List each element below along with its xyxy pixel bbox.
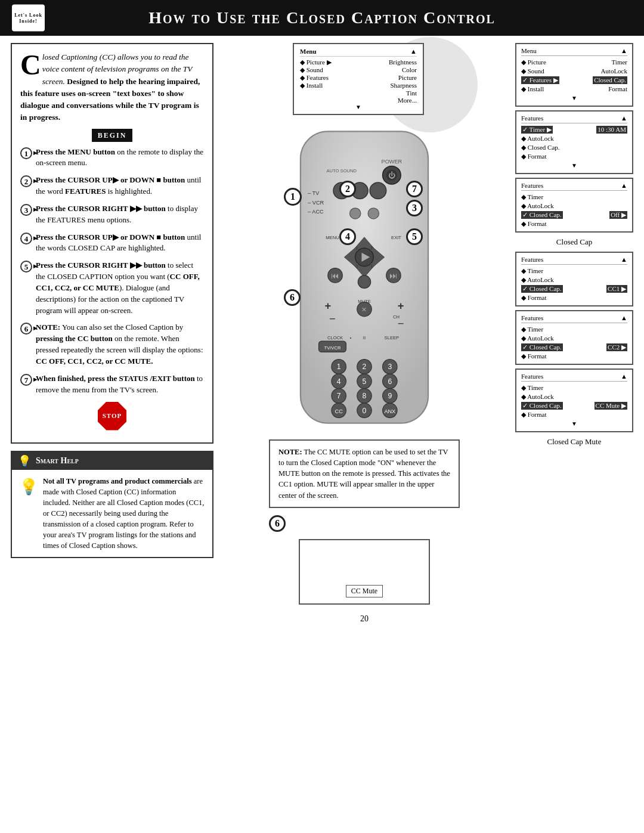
- svg-text:⏮: ⏮: [331, 271, 339, 280]
- menu-panel-4-row: ◆ Timer: [521, 193, 627, 202]
- svg-text:CLOCK: CLOCK: [327, 335, 343, 340]
- svg-text:✕: ✕: [362, 306, 367, 313]
- menu-panel-6-row: ◆ AutoLock: [521, 334, 627, 343]
- menu-panel-4-header: Features▲: [521, 182, 627, 191]
- svg-text:– TV: – TV: [308, 190, 320, 196]
- intro-box: C losed Captioning (CC) allows you to re…: [11, 43, 213, 444]
- svg-text:−: −: [329, 312, 336, 325]
- step-7-content: When finished, press the STATUS /EXIT bu…: [36, 373, 204, 396]
- bulb-header-icon: 💡: [18, 454, 31, 467]
- svg-text:4: 4: [337, 377, 341, 386]
- top-menu-area: Menu▲ ◆ Picture ▶Brightness ◆ SoundColor…: [269, 43, 460, 117]
- smart-help-title: Smart Help: [36, 456, 79, 466]
- page-number: 20: [360, 614, 369, 624]
- header-icon: Let's Look Inside!: [12, 5, 45, 32]
- menu-panel-7: Features▲ ◆ Timer ◆ AutoLock ✓ Closed Ca…: [515, 368, 633, 432]
- drop-cap: C: [20, 54, 41, 76]
- svg-point-26: [358, 275, 370, 288]
- menu-panel-6-row-cc: ✓ Closed Cap.CC2 ▶: [521, 343, 627, 352]
- svg-text:6: 6: [388, 377, 392, 386]
- svg-text:5: 5: [363, 377, 367, 386]
- menu-panel-7-header: Features▲: [521, 373, 627, 382]
- svg-text:3: 3: [388, 363, 392, 371]
- step-4: 4 Press the CURSOR UP▶ or DOWN ■ button …: [20, 232, 204, 255]
- center-column: Menu▲ ◆ Picture ▶Brightness ◆ SoundColor…: [221, 43, 508, 624]
- svg-text:+: +: [398, 299, 404, 312]
- svg-text:II: II: [363, 335, 366, 340]
- svg-text:0: 0: [363, 407, 367, 415]
- svg-text:EXIT: EXIT: [391, 235, 401, 240]
- menu-panel-7-row: ◆ Format: [521, 410, 627, 419]
- step-5-content: Press the CURSOR RIGHT ▶▶ button to sele…: [36, 260, 204, 316]
- svg-text:9: 9: [388, 392, 392, 400]
- note-text: NOTE: The CC MUTE option can be used to …: [278, 448, 450, 500]
- right-column: Menu▲ ◆ PictureTimer ◆ SoundAutoLock ✓ F…: [515, 43, 633, 624]
- step-6-circle: 6: [269, 515, 286, 532]
- step6-screen: CC Mute: [299, 539, 430, 605]
- intro-text: losed Captioning (CC) allows you to read…: [20, 52, 200, 122]
- svg-text:POWER: POWER: [382, 159, 402, 165]
- step-4-num: 4: [20, 233, 32, 244]
- step-7: 7 When finished, press the STATUS /EXIT …: [20, 373, 204, 396]
- page-num-text: 20: [360, 614, 369, 623]
- svg-text:1: 1: [337, 363, 341, 371]
- svg-point-11: [370, 182, 386, 199]
- remote-control: – TV – VCR – ACC AUTO SOUND POWER ⏻: [269, 122, 460, 432]
- svg-text:•: •: [350, 335, 352, 340]
- step6-area: 6: [269, 515, 460, 532]
- menu-panel-4-row-cc: ✓ Closed Cap.Off ▶: [521, 210, 627, 219]
- menu-screen-1-header: Menu▲: [300, 48, 417, 57]
- menu-panel-5-row: ◆ Timer: [521, 267, 627, 275]
- menu-panel-5: Features▲ ◆ Timer ◆ AutoLock ✓ Closed Ca…: [515, 252, 633, 306]
- svg-text:⏻: ⏻: [388, 171, 395, 179]
- remote-svg: – TV – VCR – ACC AUTO SOUND POWER ⏻: [269, 122, 460, 432]
- menu-panel-3-row-timer: ✓ Timer ▶10 :30 AM: [521, 125, 627, 134]
- svg-text:MENU: MENU: [326, 235, 339, 240]
- svg-text:2: 2: [363, 363, 367, 371]
- step-5-num: 5: [20, 261, 32, 272]
- page-title: How to Use the Closed Caption Control: [148, 8, 496, 27]
- svg-text:ANX: ANX: [384, 408, 395, 414]
- menu-panel-2-row: ◆ PictureTimer: [521, 58, 627, 67]
- closed-cap-mute-label: Closed Cap Mute: [515, 436, 633, 448]
- menu-panel-5-row-cc: ✓ Closed Cap.CC1 ▶: [521, 284, 627, 293]
- menu-row: More...: [300, 97, 417, 104]
- svg-text:– VCR: – VCR: [308, 200, 324, 206]
- note-box: NOTE: The CC MUTE option can be used to …: [269, 439, 460, 508]
- menu-panel-5-row: ◆ Format: [521, 293, 627, 302]
- page-header: Let's Look Inside! How to Use the Closed…: [0, 0, 644, 36]
- menu-panel-2-header: Menu▲: [521, 47, 627, 56]
- svg-text:SLEEP: SLEEP: [385, 335, 400, 340]
- menu-row: ◆ InstallSharpness: [300, 82, 417, 89]
- svg-text:+: +: [324, 299, 331, 312]
- stop-sign: STOP: [20, 402, 204, 431]
- svg-text:AUTO SOUND: AUTO SOUND: [326, 168, 357, 174]
- svg-text:– ACC: – ACC: [308, 209, 324, 215]
- step6-screen-label: CC Mute: [346, 585, 383, 597]
- step-2-num: 2: [20, 175, 32, 187]
- menu-panel-6-row: ◆ Timer: [521, 325, 627, 334]
- menu-panel-3-row: ◆ Format: [521, 152, 627, 161]
- smart-help-text: Not all TV programs and product commerci…: [43, 476, 205, 552]
- menu-panel-7-row-cc: ✓ Closed Cap.CC Mute ▶: [521, 401, 627, 410]
- step-3: 3 Press the CURSOR RIGHT ▶▶ button to di…: [20, 203, 204, 226]
- svg-point-9: [333, 182, 350, 199]
- menu-panel-2-row-features: ✓ Features ▶Closed Cap.: [521, 76, 627, 85]
- svg-point-10: [352, 182, 369, 199]
- menu-panel-4-row: ◆ AutoLock: [521, 202, 627, 210]
- menu-panel-3-footer: ▼: [521, 161, 627, 170]
- menu-panel-6-header: Features▲: [521, 314, 627, 323]
- smart-help-header: 💡 Smart Help: [12, 452, 212, 470]
- left-column: C losed Captioning (CC) allows you to re…: [11, 43, 213, 624]
- step-3-content: Press the CURSOR RIGHT ▶▶ button to disp…: [36, 203, 204, 226]
- svg-text:7: 7: [337, 392, 341, 400]
- svg-text:8: 8: [363, 392, 367, 400]
- step-6: 6 NOTE: You can also set the Closed Capt…: [20, 322, 204, 367]
- step-6-content: NOTE: You can also set the Closed Captio…: [36, 322, 204, 367]
- step-1-num: 1: [20, 147, 32, 159]
- menu-panel-7-footer: ▼: [521, 419, 627, 428]
- menu-panel-4-row: ◆ Format: [521, 219, 627, 228]
- step-7-num: 7: [20, 374, 32, 386]
- step-5: 5 Press the CURSOR RIGHT ▶▶ button to se…: [20, 260, 204, 316]
- bulb-icon: 💡: [19, 476, 38, 552]
